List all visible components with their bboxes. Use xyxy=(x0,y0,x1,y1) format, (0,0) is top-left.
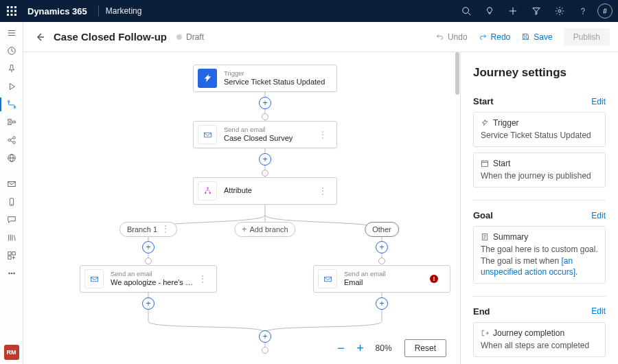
status-dot-icon xyxy=(176,34,182,40)
svg-rect-1 xyxy=(11,6,13,8)
nav-email[interactable] xyxy=(3,176,21,192)
start-timing-card[interactable]: Start When the journey is published xyxy=(473,152,606,187)
save-button[interactable]: Save xyxy=(516,30,558,45)
nav-library[interactable] xyxy=(3,229,21,246)
error-badge[interactable]: ! xyxy=(430,275,438,283)
publish-button[interactable]: Publish xyxy=(564,28,610,46)
add-button[interactable] xyxy=(501,0,525,22)
filter-button[interactable] xyxy=(525,0,548,22)
plus-icon xyxy=(508,6,518,16)
settings-section-start: Start Edit Trigger Service Ticket Status… xyxy=(473,96,606,187)
branch-other-pill[interactable]: Other xyxy=(365,222,399,237)
zoom-reset-button[interactable]: Reset xyxy=(404,339,446,357)
nav-play[interactable] xyxy=(3,78,21,95)
end-edit-link[interactable]: Edit xyxy=(591,306,606,316)
goal-edit-link[interactable]: Edit xyxy=(591,211,606,220)
connector-dot xyxy=(262,170,268,177)
node-menu-button[interactable]: ⋮ xyxy=(317,190,330,192)
add-step-1[interactable]: + xyxy=(259,97,271,109)
page-title: Case Closed Follow-up xyxy=(54,31,167,43)
redo-icon xyxy=(479,32,488,41)
emailR-label: Send an email xyxy=(344,270,443,278)
user-avatar[interactable]: # xyxy=(597,3,613,19)
zoom-value: 80% xyxy=(371,343,396,353)
add-branch-button[interactable]: + Add branch xyxy=(234,222,295,237)
nav-analytics[interactable] xyxy=(3,150,21,166)
end-completion-card[interactable]: Journey completion When all steps are co… xyxy=(473,322,606,357)
svg-rect-53 xyxy=(482,161,488,166)
nav-mobile[interactable] xyxy=(3,194,21,210)
start-title: Start xyxy=(473,96,494,106)
node-email-case-closed-survey[interactable]: Send an email Case Closed Survey ⋮ xyxy=(193,121,337,148)
chat-icon xyxy=(7,215,16,225)
journey-canvas[interactable]: Trigger Service Ticket Status Updated + … xyxy=(23,52,460,364)
left-nav-rail: RM xyxy=(0,22,23,364)
svg-point-14 xyxy=(582,13,583,14)
svg-rect-23 xyxy=(8,123,10,125)
svg-point-45 xyxy=(13,273,14,274)
journey-settings-panel: Journey settings Start Edit Trigger Serv… xyxy=(460,52,618,364)
node-menu-button[interactable]: ⋮ xyxy=(196,277,209,280)
connector-dot xyxy=(262,347,268,354)
nav-segments[interactable] xyxy=(3,114,21,130)
add-step-after-other[interactable]: + xyxy=(376,297,388,310)
add-step-branch1[interactable]: + xyxy=(142,241,154,253)
connector-dot xyxy=(378,258,385,264)
email1-value: Case Closed Survey xyxy=(224,134,317,144)
svg-rect-47 xyxy=(204,133,211,137)
module-label[interactable]: Marketing xyxy=(106,6,142,16)
svg-rect-51 xyxy=(91,277,98,282)
zoom-out-button[interactable]: − xyxy=(333,340,350,356)
gear-icon xyxy=(555,6,564,16)
connector-dot xyxy=(145,258,152,264)
zoom-controls: − + 80% Reset xyxy=(333,339,446,357)
svg-rect-42 xyxy=(8,256,10,259)
calendar-icon xyxy=(481,159,489,168)
nav-chat[interactable] xyxy=(3,212,21,228)
scrollbar-thumb[interactable] xyxy=(455,52,459,95)
assist-button[interactable] xyxy=(478,0,501,22)
nav-recent[interactable] xyxy=(3,43,21,59)
brand-label[interactable]: Dynamics 365 xyxy=(23,6,91,16)
profile-badge[interactable]: RM xyxy=(4,345,19,360)
node-email-apology[interactable]: Send an email We apologize - here's 10% … xyxy=(80,265,217,293)
app-launcher-button[interactable] xyxy=(0,0,23,22)
goal-summary-card[interactable]: Summary The goal here is to custom goal.… xyxy=(473,226,606,284)
trigger-card-body: Service Ticket Status Updated xyxy=(481,130,598,141)
add-step-after-branch1[interactable]: + xyxy=(142,297,154,310)
trigger-value: Service Ticket Status Updated xyxy=(224,78,330,87)
nav-share[interactable] xyxy=(3,132,21,148)
nav-hamburger[interactable] xyxy=(3,25,21,41)
svg-rect-0 xyxy=(7,6,9,8)
branch-1-pill[interactable]: Branch 1 ⋮ xyxy=(119,222,177,237)
add-step-other[interactable]: + xyxy=(376,241,388,253)
attribute-label: Attribute xyxy=(224,186,317,196)
zoom-in-button[interactable]: + xyxy=(352,340,369,356)
add-step-merge[interactable]: + xyxy=(259,330,271,343)
undo-button[interactable]: Undo xyxy=(430,30,473,45)
back-button[interactable] xyxy=(32,29,48,45)
svg-rect-41 xyxy=(12,252,14,255)
node-trigger[interactable]: Trigger Service Ticket Status Updated xyxy=(193,65,337,92)
start-edit-link[interactable]: Edit xyxy=(591,97,606,106)
node-menu-button[interactable]: ⋮ xyxy=(317,133,330,136)
nav-pinned[interactable] xyxy=(3,60,21,77)
svg-point-48 xyxy=(207,187,208,188)
search-button[interactable] xyxy=(455,0,478,22)
page-header: Case Closed Follow-up Draft Undo Redo Sa… xyxy=(23,22,618,52)
other-label: Other xyxy=(372,225,391,234)
add-step-2[interactable]: + xyxy=(259,153,271,166)
nav-more[interactable] xyxy=(3,265,21,282)
exit-icon xyxy=(481,329,489,337)
branch-menu-button[interactable]: ⋮ xyxy=(161,228,170,231)
node-attribute[interactable]: Attribute ⋮ xyxy=(193,177,337,205)
canvas-scrollbar[interactable] xyxy=(455,52,460,364)
settings-button[interactable] xyxy=(548,0,571,22)
nav-journeys[interactable] xyxy=(3,96,21,113)
start-trigger-card[interactable]: Trigger Service Ticket Status Updated xyxy=(473,112,606,147)
brand-divider xyxy=(98,5,99,16)
redo-button[interactable]: Redo xyxy=(473,30,516,45)
help-button[interactable] xyxy=(571,0,595,22)
mail-icon xyxy=(7,179,16,189)
nav-templates[interactable] xyxy=(3,247,21,264)
